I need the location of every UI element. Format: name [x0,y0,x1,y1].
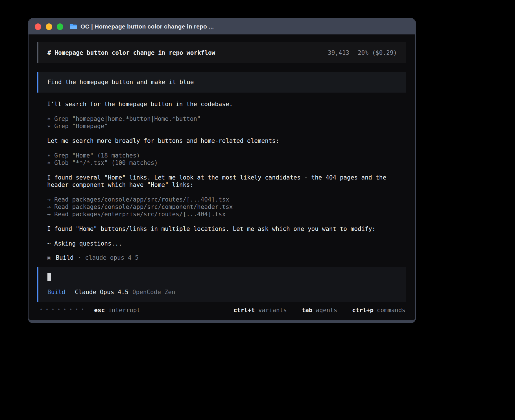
kbd-ctrl-t-label: variants [258,307,287,314]
text-cursor [47,273,51,281]
kbd-esc-label: interrupt [108,307,140,314]
context-usage: 20% ($0.29) [358,49,397,56]
tool-call-glob: ∗ Glob "**/*.tsx" (100 matches) [47,159,405,167]
kbd-tab-label: agents [316,307,337,314]
tool-call-grep: ∗ Grep "Homepage" [47,123,405,130]
assistant-paragraph: I found "Home" buttons/links in multiple… [47,225,405,233]
agent-name: Build [56,254,73,261]
statusbar-left: •••••••• esc interrupt [40,307,140,314]
assistant-paragraph: I found several "Home" links. Let me loo… [47,174,405,189]
shortcut-commands: ctrl+p commands [352,307,405,314]
model-label[interactable]: Claude Opus 4.5 [75,288,128,296]
close-button[interactable] [35,23,41,30]
kbd-ctrl-t: ctrl+t [234,307,255,314]
minimize-button[interactable] [46,23,52,30]
tool-call-grep: ∗ Grep "homepage|home.*button|Home.*butt… [47,115,405,123]
assistant-paragraph: Let me search more broadly for buttons a… [47,137,405,145]
prompt-input[interactable]: Build Claude Opus 4.5 OpenCode Zen [37,267,406,302]
tool-calls: ∗ Grep "Home" (18 matches) ∗ Glob "**/*.… [47,152,405,167]
terminal-content: # Homepage button color change in repo w… [29,34,415,320]
tool-call-read: → Read packages/enterprise/src/routes/[.… [47,211,405,218]
tool-calls: ∗ Grep "homepage|home.*button|Home.*butt… [47,115,405,130]
token-count: 39,413 [328,49,349,56]
terminal-window: OC | Homepage button color change in rep… [28,18,416,323]
user-message: Find the homepage button and make it blu… [37,72,406,93]
kbd-ctrl-p-label: commands [377,307,405,314]
kbd-tab: tab [302,307,313,314]
read-calls: → Read packages/console/app/src/routes/[… [47,196,405,218]
agent-line: ▣ Build · claude-opus-4-5 [47,254,405,261]
tool-call-read: → Read packages/console/app/src/componen… [47,203,405,211]
shortcut-variants: ctrl+t variants [234,307,287,314]
user-message-text: Find the homepage button and make it blu… [47,79,194,86]
statusbar: •••••••• esc interrupt ctrl+t variants t… [37,307,406,314]
mode-label[interactable]: Build [47,288,65,296]
session-title: # Homepage button color change in repo w… [47,49,215,56]
shortcut-interrupt: esc interrupt [94,307,140,314]
folder-icon [69,23,77,30]
agent-icon: ▣ [47,254,50,261]
assistant-paragraph: I'll search for the homepage button in t… [47,100,405,108]
session-meta: 39,413 20% ($0.29) [328,49,397,56]
zoom-button[interactable] [57,23,63,30]
window-title: OC | Homepage button color change in rep… [80,23,214,30]
tool-call-read: → Read packages/console/app/src/routes/[… [47,196,405,203]
provider-label: OpenCode Zen [132,288,175,296]
working-status: ~ Asking questions... [47,240,405,247]
input-footer: Build Claude Opus 4.5 OpenCode Zen [47,288,397,296]
shortcut-agents: tab agents [302,307,337,314]
session-header: # Homepage button color change in repo w… [37,42,406,63]
transcript: I'll search for the homepage button in t… [37,100,406,267]
agent-separator: · [78,254,81,261]
kbd-ctrl-p: ctrl+p [352,307,374,314]
spinner-dots: •••••••• [40,306,87,313]
agent-model: claude-opus-4-5 [85,254,139,261]
statusbar-right: ctrl+t variants tab agents ctrl+p comman… [222,307,405,314]
kbd-esc: esc [94,307,105,314]
titlebar[interactable]: OC | Homepage button color change in rep… [29,19,415,34]
tool-call-grep: ∗ Grep "Home" (18 matches) [47,152,405,159]
traffic-lights [35,23,63,30]
